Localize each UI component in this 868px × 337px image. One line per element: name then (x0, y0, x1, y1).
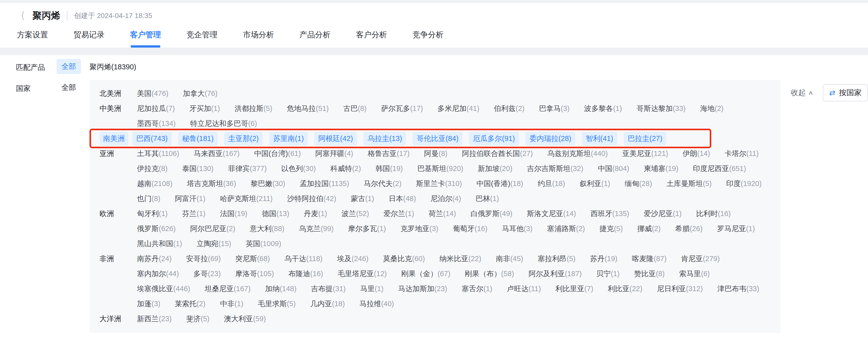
tab-2[interactable]: 贸易记录 (73, 26, 105, 48)
country-chip[interactable]: 阿曼(8) (420, 147, 451, 161)
country-chip[interactable]: 阿塞拜疆(4) (311, 147, 357, 161)
country-chip[interactable]: 克罗地亚(3) (397, 222, 442, 236)
country-chip[interactable]: 以色列(30) (277, 162, 320, 176)
country-chip[interactable]: 捷克(5) (595, 222, 627, 236)
country-chip[interactable]: 黑山共和国(1) (133, 237, 186, 251)
country-chip[interactable]: 埃及(246) (333, 252, 372, 266)
country-chip[interactable]: 斐济(5) (182, 312, 214, 326)
country-chip[interactable]: 荷兰(14) (425, 207, 460, 221)
tab-8[interactable]: 竞争分析 (412, 26, 444, 48)
country-chip[interactable]: 西班牙(135) (587, 207, 633, 221)
country-chip[interactable]: 毛里塔尼亚(12) (334, 267, 391, 281)
country-chip[interactable]: 津巴布韦(33) (713, 282, 763, 296)
country-chip[interactable]: 缅甸(28) (621, 177, 656, 191)
continent-label[interactable]: 亚洲 (99, 149, 133, 159)
country-chip[interactable]: 吉布提(31) (307, 282, 350, 296)
country-chip[interactable]: 斯里兰卡(310) (412, 177, 466, 191)
country-chip[interactable]: 洪都拉斯(5) (230, 102, 276, 116)
country-chip[interactable]: 墨西哥(134) (133, 117, 180, 131)
country-chip[interactable]: 哈萨克斯坦(211) (216, 192, 277, 206)
tab-5[interactable]: 市场分析 (243, 26, 275, 48)
country-chip[interactable]: 苏里南(1) (269, 132, 308, 146)
country-chip[interactable]: 土耳其(1106) (133, 147, 183, 161)
country-chip[interactable]: 柬埔寨(19) (640, 162, 682, 176)
tab-3[interactable]: 客户管理 (129, 26, 161, 48)
country-chip[interactable]: 萨尔瓦多(17) (377, 102, 427, 116)
country-chip[interactable]: 莫桑比克(60) (379, 252, 429, 266)
country-chip[interactable]: 印度尼西亚(651) (689, 162, 750, 176)
country-chip[interactable]: 乌克兰(99) (295, 222, 338, 236)
country-chip[interactable]: 英国(1009) (242, 237, 285, 251)
country-chip[interactable]: 马达加斯加(23) (394, 282, 451, 296)
country-chip[interactable]: 加纳(148) (261, 282, 301, 296)
country-chip[interactable]: 希腊(26) (671, 222, 707, 236)
country-chip[interactable]: 蒙古(1) (347, 192, 378, 206)
country-chip[interactable]: 秘鲁(181) (178, 132, 218, 146)
country-chip[interactable]: 塞浦路斯(2) (543, 222, 589, 236)
continent-label[interactable]: 非洲 (99, 254, 133, 264)
country-chip[interactable]: 喀麦隆(87) (628, 252, 671, 266)
continent-label[interactable]: 南美洲 (99, 132, 128, 146)
country-chip[interactable]: 意大利(88) (246, 222, 288, 236)
country-chip[interactable]: 智利(41) (582, 132, 617, 146)
tab-1[interactable]: 方案设置 (17, 26, 49, 48)
country-chip[interactable]: 加蓬(3) (133, 297, 164, 311)
country-chip[interactable]: 伊拉克(8) (133, 162, 172, 176)
country-all-chip[interactable]: 全部 (57, 80, 81, 95)
country-chip[interactable]: 危地马拉(51) (283, 102, 333, 116)
country-chip[interactable]: 特立尼达和多巴哥(6) (186, 117, 261, 131)
country-chip[interactable]: 越南(2108) (133, 177, 177, 191)
country-chip[interactable]: 安哥拉(69) (182, 252, 225, 266)
country-chip[interactable]: 中非(1) (216, 297, 247, 311)
country-chip[interactable]: 阿尔巴尼亚(2) (186, 222, 239, 236)
country-chip[interactable]: 毛里求斯(5) (254, 297, 300, 311)
country-chip[interactable]: 刚果（布）(58) (461, 267, 518, 281)
country-chip[interactable]: 中国(香港)(18) (472, 177, 527, 191)
country-chip[interactable]: 委内瑞拉(28) (526, 132, 576, 146)
tab-7[interactable]: 客户分析 (355, 26, 388, 48)
country-chip[interactable]: 挪威(2) (633, 222, 664, 236)
country-chip[interactable]: 塔吉克斯坦(36) (183, 177, 240, 191)
country-chip[interactable]: 爱尔兰(1) (379, 207, 418, 221)
country-chip[interactable]: 巴拉圭(27) (624, 132, 666, 146)
country-chip[interactable]: 伊朗(14) (679, 147, 714, 161)
country-chip[interactable]: 印度(1920) (722, 177, 766, 191)
country-chip[interactable]: 巴基斯坦(920) (413, 162, 467, 176)
country-chip[interactable]: 阿拉伯联合酋长国(27) (458, 147, 537, 161)
country-chip[interactable]: 苏丹(19) (586, 252, 621, 266)
country-chip[interactable]: 马尔代夫(2) (360, 177, 405, 191)
country-chip[interactable]: 马拉维(40) (355, 297, 398, 311)
country-chip[interactable]: 土库曼斯坦(5) (662, 177, 715, 191)
country-chip[interactable]: 哥伦比亚(84) (412, 132, 463, 146)
country-chip[interactable]: 哥斯达黎加(33) (632, 102, 690, 116)
product-all-chip[interactable]: 全部 (57, 59, 81, 74)
country-chip[interactable]: 卢旺达(11) (503, 282, 545, 296)
country-chip[interactable]: 葡萄牙(16) (449, 222, 492, 236)
country-chip[interactable]: 新西兰(23) (133, 312, 176, 326)
continent-label[interactable]: 北美洲 (99, 89, 133, 99)
country-chip[interactable]: 科威特(2) (326, 162, 365, 176)
country-chip[interactable]: 海地(2) (696, 102, 727, 116)
country-chip[interactable]: 芬兰(1) (178, 207, 209, 221)
country-chip[interactable]: 罗马尼亚(1) (713, 222, 759, 236)
country-chip[interactable]: 吉尔吉斯斯坦(32) (523, 162, 588, 176)
country-chip[interactable]: 索马里(6) (675, 267, 714, 281)
country-chip[interactable]: 丹麦(1) (300, 207, 331, 221)
continent-label[interactable]: 欧洲 (99, 209, 133, 219)
country-chip[interactable]: 俄罗斯(626) (133, 222, 180, 236)
country-chip[interactable]: 阿尔及利亚(187) (525, 267, 586, 281)
country-chip[interactable]: 亚美尼亚(121) (618, 147, 672, 161)
country-chip[interactable]: 澳大利亚(59) (220, 312, 270, 326)
country-chip[interactable]: 巴拿马(3) (535, 102, 574, 116)
country-chip[interactable]: 纳米比亚(22) (435, 252, 486, 266)
country-chip[interactable]: 比利时(16) (692, 207, 735, 221)
tab-4[interactable]: 竞企管理 (186, 26, 218, 48)
country-chip[interactable]: 日本(48) (385, 192, 420, 206)
country-chip[interactable]: 伯利兹(2) (490, 102, 528, 116)
country-chip[interactable]: 利比亚(22) (604, 282, 647, 296)
continent-label[interactable]: 中美洲 (99, 104, 133, 114)
continent-label[interactable]: 大洋洲 (99, 314, 133, 324)
country-chip[interactable]: 布隆迪(16) (284, 267, 327, 281)
country-chip[interactable]: 圭亚那(2) (224, 132, 262, 146)
country-chip[interactable]: 刚果（金）(67) (397, 267, 455, 281)
